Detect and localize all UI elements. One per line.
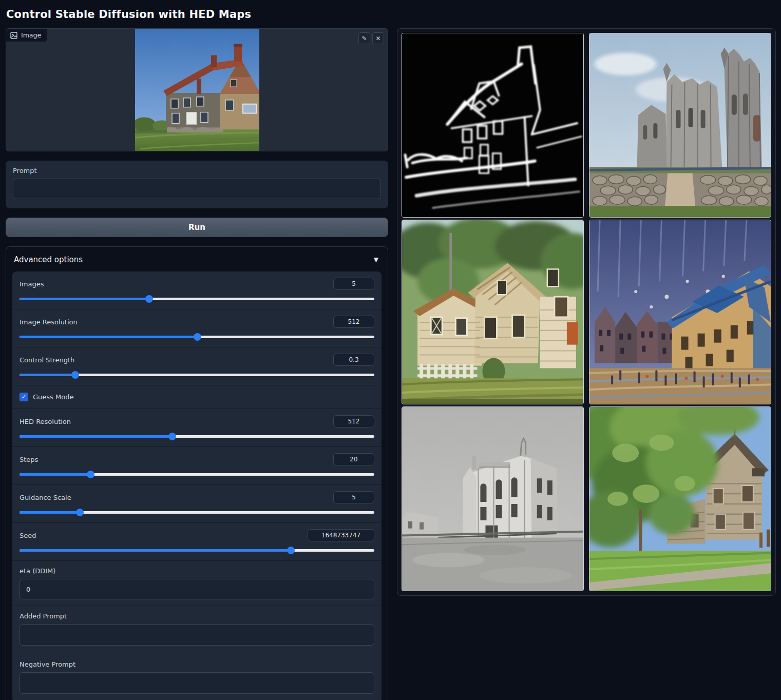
guess-mode-checkbox[interactable]: ✓ bbox=[20, 393, 28, 401]
image-component-label: Image bbox=[21, 31, 41, 39]
advanced-options-form: Images Image Resolution bbox=[12, 271, 382, 700]
seed-slider[interactable] bbox=[20, 547, 374, 554]
seed-slider-handle[interactable] bbox=[287, 547, 295, 554]
guidance-scale-value-input[interactable] bbox=[333, 491, 374, 503]
gallery-item-impressionist[interactable] bbox=[589, 220, 771, 404]
added-prompt-label: Added Prompt bbox=[20, 612, 374, 620]
control-strength-slider-handle[interactable] bbox=[71, 371, 79, 379]
stone-house-image bbox=[589, 407, 771, 591]
hed-resolution-value-input[interactable] bbox=[333, 415, 374, 427]
images-slider[interactable] bbox=[20, 295, 374, 303]
eta-label: eta (DDIM) bbox=[20, 567, 374, 575]
image-resolution-value-input[interactable] bbox=[333, 316, 374, 328]
control-strength-label: Control Strength bbox=[20, 356, 74, 364]
prompt-panel: Prompt bbox=[6, 161, 388, 208]
grayscale-building-image bbox=[402, 407, 583, 591]
added-prompt-input[interactable] bbox=[20, 624, 374, 646]
guess-mode-row: ✓ Guess Mode bbox=[12, 385, 382, 409]
prompt-label: Prompt bbox=[13, 167, 381, 174]
uploaded-house-photo[interactable] bbox=[135, 29, 259, 151]
image-upload-area[interactable]: Image ✎ ✕ bbox=[6, 28, 388, 151]
seed-value-input[interactable] bbox=[308, 529, 374, 541]
image-resolution-label: Image Resolution bbox=[20, 318, 78, 326]
control-strength-slider-row: Control Strength bbox=[12, 347, 382, 385]
guess-mode-label[interactable]: Guess Mode bbox=[33, 393, 73, 401]
control-strength-slider[interactable] bbox=[20, 371, 374, 379]
chevron-down-icon: ▼ bbox=[374, 256, 380, 263]
gallery-item-hed-edge-map[interactable] bbox=[402, 33, 584, 218]
guidance-scale-slider[interactable] bbox=[20, 509, 374, 516]
steps-label: Steps bbox=[20, 456, 38, 463]
hed-resolution-label: HED Resolution bbox=[20, 418, 71, 425]
run-button[interactable]: Run bbox=[6, 218, 388, 237]
advanced-options-title: Advanced options bbox=[14, 255, 83, 264]
images-value-input[interactable] bbox=[333, 278, 374, 290]
guidance-scale-label: Guidance Scale bbox=[20, 494, 71, 501]
negative-prompt-input[interactable] bbox=[20, 672, 374, 694]
image-toolbar: ✎ ✕ bbox=[358, 32, 384, 44]
added-prompt-row: Added Prompt bbox=[12, 606, 382, 654]
controls-column: Image ✎ ✕ bbox=[6, 28, 388, 700]
images-label: Images bbox=[20, 280, 44, 288]
gallery-item-wooden-house[interactable] bbox=[402, 220, 584, 404]
steps-slider[interactable] bbox=[20, 471, 374, 478]
impressionist-image bbox=[589, 220, 771, 404]
steps-value-input[interactable] bbox=[333, 453, 374, 465]
image-component-badge: Image bbox=[6, 29, 47, 42]
cathedral-image bbox=[589, 33, 771, 217]
seed-label: Seed bbox=[20, 532, 36, 539]
app-page: Control Stable Diffusion with HED Maps I… bbox=[0, 0, 781, 700]
pencil-icon: ✎ bbox=[361, 35, 367, 42]
image-resolution-slider-row: Image Resolution bbox=[12, 309, 382, 347]
hed-resolution-slider[interactable] bbox=[20, 433, 374, 440]
eta-input[interactable] bbox=[20, 579, 374, 599]
prompt-input[interactable] bbox=[13, 179, 381, 199]
hed-resolution-slider-handle[interactable] bbox=[168, 433, 176, 440]
seed-slider-row: Seed bbox=[12, 522, 382, 560]
hed-edge-map-image bbox=[402, 33, 583, 217]
steps-slider-handle[interactable] bbox=[87, 471, 94, 478]
wooden-house-image bbox=[402, 220, 583, 404]
guidance-scale-slider-handle[interactable] bbox=[76, 509, 84, 516]
page-title: Control Stable Diffusion with HED Maps bbox=[6, 8, 775, 21]
edit-image-button[interactable]: ✎ bbox=[358, 32, 370, 44]
control-strength-value-input[interactable] bbox=[333, 354, 374, 366]
eta-row: eta (DDIM) bbox=[12, 560, 382, 606]
hed-resolution-slider-row: HED Resolution bbox=[12, 409, 382, 446]
images-slider-row: Images bbox=[12, 271, 382, 309]
guidance-scale-slider-row: Guidance Scale bbox=[12, 484, 382, 522]
images-slider-handle[interactable] bbox=[145, 295, 153, 303]
image-icon bbox=[10, 32, 17, 39]
image-resolution-slider-handle[interactable] bbox=[194, 333, 201, 341]
advanced-options-header[interactable]: Advanced options ▼ bbox=[12, 253, 382, 271]
gallery-item-grayscale-building[interactable] bbox=[402, 406, 584, 591]
image-resolution-slider[interactable] bbox=[20, 333, 374, 341]
check-icon: ✓ bbox=[21, 393, 26, 400]
close-icon: ✕ bbox=[375, 35, 380, 42]
negative-prompt-row: Negative Prompt bbox=[12, 654, 382, 700]
negative-prompt-label: Negative Prompt bbox=[20, 660, 374, 668]
advanced-options-accordion: Advanced options ▼ Images bbox=[6, 246, 388, 700]
clear-image-button[interactable]: ✕ bbox=[372, 32, 384, 44]
gallery-item-stone-house[interactable] bbox=[589, 406, 771, 591]
main-columns: Image ✎ ✕ bbox=[6, 28, 775, 700]
gallery-item-cathedral[interactable] bbox=[589, 33, 771, 218]
house-photo-image bbox=[135, 29, 259, 151]
result-gallery bbox=[397, 28, 776, 596]
steps-slider-row: Steps bbox=[12, 446, 382, 484]
